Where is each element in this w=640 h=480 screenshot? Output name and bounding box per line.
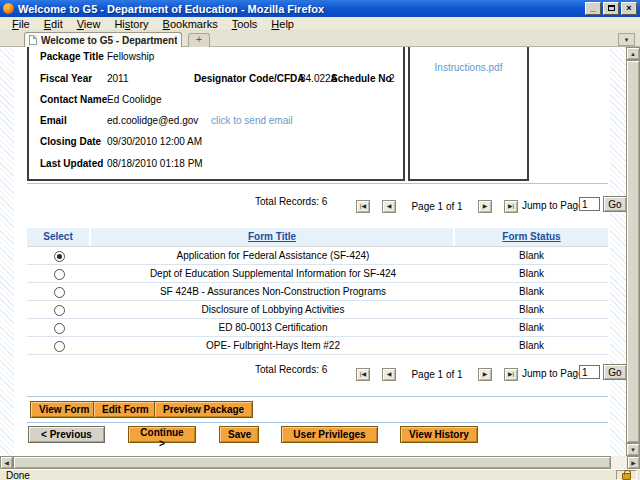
minimize-button[interactable]: _ <box>585 2 601 15</box>
select-cell <box>27 283 91 301</box>
fiscal-year-value: 2011 <box>107 73 129 84</box>
form-status-sort-link[interactable]: Form Status <box>502 231 560 242</box>
table-row: Disclosure of Lobbying Activities Blank <box>27 301 608 319</box>
vertical-scrollbar-thumb[interactable] <box>626 60 640 443</box>
select-cell <box>27 319 91 337</box>
firefox-icon <box>3 3 14 14</box>
form-status-cell: Blank <box>455 250 608 261</box>
fiscal-year-label: Fiscal Year <box>40 73 92 84</box>
form-status-column-header[interactable]: Form Status <box>455 228 608 246</box>
close-button[interactable]: × <box>621 2 637 15</box>
package-title-value: Fellowship <box>107 51 154 62</box>
restore-button[interactable] <box>603 2 619 15</box>
total-records-label: Total Records: 6 <box>255 364 327 375</box>
lock-icon <box>622 473 631 480</box>
new-tab-button[interactable]: + <box>188 33 210 47</box>
status-text: Done <box>6 470 30 480</box>
menu-edit[interactable]: Edit <box>37 18 70 30</box>
page-icon <box>29 35 37 45</box>
last-updated-label: Last Updated <box>40 158 103 169</box>
window-title: Welcome to G5 - Department of Education … <box>18 3 585 15</box>
scroll-left-icon[interactable]: ◀ <box>0 456 13 469</box>
form-status-cell: Blank <box>455 322 608 333</box>
form-title-column-header[interactable]: Form Title <box>91 228 453 246</box>
menu-tools[interactable]: Tools <box>225 18 265 30</box>
go-button[interactable]: Go <box>603 364 626 380</box>
tab-welcome-g5[interactable]: Welcome to G5 - Department of Edu... <box>24 32 182 47</box>
contact-name-value: Ed Coolidge <box>107 94 161 105</box>
select-cell <box>27 247 91 265</box>
previous-page-button[interactable]: ◀ <box>382 200 396 213</box>
total-records-label: Total Records: 6 <box>255 196 327 207</box>
pagination-top: Total Records: 6 |◀ ◀ Page 1 of 1 ▶ ▶| J… <box>0 192 626 220</box>
continue-button[interactable]: Continue > <box>128 426 196 443</box>
send-email-link[interactable]: click to send email <box>211 115 293 126</box>
table-row: ED 80-0013 Certification Blank <box>27 319 608 337</box>
first-page-button[interactable]: |◀ <box>356 200 370 213</box>
jump-to-page-input[interactable] <box>579 197 600 211</box>
window-titlebar: Welcome to G5 - Department of Education … <box>0 0 640 17</box>
left-background-pattern <box>0 47 14 456</box>
scroll-down-icon[interactable]: ▼ <box>626 443 640 456</box>
separator-line <box>27 422 608 423</box>
scroll-right-icon[interactable]: ▶ <box>627 456 640 469</box>
form-select-radio[interactable] <box>54 251 65 262</box>
next-page-button[interactable]: ▶ <box>478 200 492 213</box>
form-select-radio[interactable] <box>54 287 65 298</box>
previous-page-button[interactable]: ◀ <box>382 368 396 381</box>
tab-title: Welcome to G5 - Department of Edu... <box>41 35 177 46</box>
vertical-scrollbar[interactable]: ▲ ▼ <box>626 47 640 456</box>
last-updated-value: 08/18/2010 01:18 PM <box>107 158 203 169</box>
schedule-value: 2 <box>389 73 395 84</box>
menu-help[interactable]: Help <box>264 18 301 30</box>
page-content: Package Title Fellowship Fiscal Year 201… <box>0 47 626 456</box>
menu-bar: FileEditViewHistoryBookmarksToolsHelp <box>0 17 640 31</box>
tab-list-dropdown[interactable]: ▾ <box>618 33 635 46</box>
go-button[interactable]: Go <box>603 196 626 212</box>
package-title-label: Package Title <box>40 51 104 62</box>
first-page-button[interactable]: |◀ <box>356 368 370 381</box>
package-details-panel: Package Title Fellowship Fiscal Year 201… <box>27 47 405 181</box>
menu-file[interactable]: File <box>5 18 37 30</box>
contact-name-label: Contact Name <box>40 94 107 105</box>
email-value: ed.coolidge@ed.gov <box>107 115 198 126</box>
scroll-up-icon[interactable]: ▲ <box>626 47 640 60</box>
jump-to-page-input[interactable] <box>579 365 600 379</box>
menu-bookmarks[interactable]: Bookmarks <box>156 18 225 30</box>
preview-package-button[interactable]: Preview Package <box>154 401 253 418</box>
form-title-sort-link[interactable]: Form Title <box>248 231 296 242</box>
edit-form-button[interactable]: Edit Form <box>93 401 158 418</box>
view-form-button[interactable]: View Form <box>30 401 98 418</box>
closing-date-label: Closing Date <box>40 136 101 147</box>
instructions-pdf-link[interactable]: Instructions.pdf <box>435 62 503 73</box>
previous-button[interactable]: < Previous <box>28 426 105 443</box>
form-table-header: Select Form Title Form Status <box>27 228 608 246</box>
view-history-button[interactable]: View History <box>400 426 478 443</box>
form-select-radio[interactable] <box>54 323 65 334</box>
menu-view[interactable]: View <box>70 18 108 30</box>
last-page-button[interactable]: ▶| <box>504 368 518 381</box>
menu-history[interactable]: History <box>107 18 155 30</box>
form-title-cell: SF 424B - Assurances Non-Construction Pr… <box>91 286 455 297</box>
horizontal-scrollbar[interactable]: ◀ ▶ <box>0 456 640 469</box>
user-privileges-button[interactable]: User Privileges <box>281 426 378 443</box>
separator-line <box>27 396 608 397</box>
form-status-cell: Blank <box>455 286 608 297</box>
form-select-radio[interactable] <box>54 341 65 352</box>
right-background-pattern <box>610 47 626 456</box>
last-page-button[interactable]: ▶| <box>504 200 518 213</box>
save-button[interactable]: Save <box>219 426 259 443</box>
jump-to-page-label: Jump to Page <box>522 200 584 211</box>
next-page-button[interactable]: ▶ <box>478 368 492 381</box>
form-table-body: Application for Federal Assistance (SF-4… <box>27 246 608 355</box>
form-title-cell: Disclosure of Lobbying Activities <box>91 304 455 315</box>
form-status-cell: Blank <box>455 304 608 315</box>
form-title-cell: OPE- Fulbright-Hays Item #22 <box>91 340 455 351</box>
status-bar: Done <box>0 469 640 480</box>
form-select-radio[interactable] <box>54 305 65 316</box>
table-row: OPE- Fulbright-Hays Item #22 Blank <box>27 337 608 355</box>
form-select-radio[interactable] <box>54 269 65 280</box>
form-title-cell: Dept of Education Supplemental Informati… <box>91 268 455 279</box>
instructions-panel: Instructions.pdf <box>408 47 529 181</box>
horizontal-scrollbar-thumb[interactable] <box>13 456 611 469</box>
